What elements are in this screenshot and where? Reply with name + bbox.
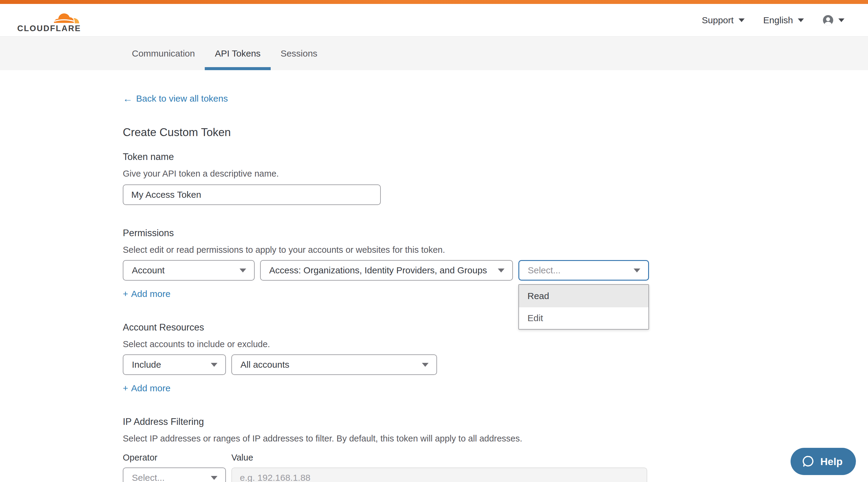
token-name-section: Token name Give your API token a descrip…: [123, 151, 868, 205]
ip-operator-placeholder: Select...: [132, 473, 164, 482]
menu-item-read[interactable]: Read: [519, 285, 648, 307]
permission-scope-select[interactable]: Account: [123, 260, 255, 281]
page-title: Create Custom Token: [123, 126, 868, 139]
user-avatar-icon: [823, 15, 834, 26]
brand-name: CLOUDFLARE: [17, 25, 81, 33]
permission-level-placeholder: Select...: [528, 265, 560, 276]
chevron-down-icon: [633, 268, 640, 272]
resource-accounts-select[interactable]: All accounts: [231, 354, 437, 375]
ip-value-input[interactable]: [231, 468, 647, 482]
left-arrow-icon: ←: [123, 93, 132, 104]
chevron-down-icon: [240, 268, 246, 272]
account-resources-description: Select accounts to include or exclude.: [123, 339, 868, 350]
permissions-heading: Permissions: [123, 227, 868, 239]
add-more-label: Add more: [131, 383, 170, 394]
header-nav: Support English: [702, 15, 844, 26]
value-label: Value: [231, 452, 253, 463]
permission-level-menu: Read Edit: [518, 284, 649, 330]
permissions-description: Select edit or read permissions to apply…: [123, 244, 868, 255]
account-resources-heading: Account Resources: [123, 322, 868, 333]
profile-tabs: Communication API Tokens Sessions: [0, 36, 868, 70]
language-menu[interactable]: English: [763, 15, 804, 25]
support-label: Support: [702, 15, 734, 25]
back-link-label: Back to view all tokens: [136, 93, 228, 104]
add-account-resource-button[interactable]: + Add more: [123, 383, 170, 394]
token-name-input[interactable]: [123, 185, 381, 205]
add-permission-button[interactable]: + Add more: [123, 288, 170, 299]
permission-level-select[interactable]: Select...: [518, 260, 649, 281]
plus-icon: +: [123, 288, 128, 299]
tab-label: API Tokens: [215, 49, 260, 59]
operator-label: Operator: [123, 452, 226, 463]
account-resources-row: Include All accounts: [123, 354, 868, 375]
tab-label: Sessions: [281, 49, 317, 59]
chevron-down-icon: [798, 19, 804, 22]
tab-label: Communication: [132, 49, 195, 59]
support-menu[interactable]: Support: [702, 15, 745, 25]
help-label: Help: [820, 456, 843, 468]
permission-scope-value: Account: [132, 265, 164, 276]
chevron-down-icon: [498, 268, 504, 272]
ip-filter-labels: Operator Value: [123, 452, 868, 463]
language-label: English: [763, 15, 793, 25]
chat-bubble-icon: [802, 455, 815, 468]
chevron-down-icon: [211, 476, 217, 480]
permissions-section: Permissions Select edit or read permissi…: [123, 227, 868, 299]
ip-filter-row: Select...: [123, 468, 868, 482]
chevron-down-icon: [739, 19, 745, 22]
ip-filtering-description: Select IP addresses or ranges of IP addr…: [123, 433, 868, 444]
chevron-down-icon: [422, 363, 429, 367]
plus-icon: +: [123, 383, 128, 394]
tab-communication[interactable]: Communication: [122, 37, 205, 70]
menu-item-edit[interactable]: Edit: [519, 307, 648, 329]
brand-accent-bar: [0, 0, 868, 4]
app-header: CLOUDFLARE Support English: [0, 4, 868, 36]
ip-filtering-heading: IP Address Filtering: [123, 416, 868, 427]
main-content: ← Back to view all tokens Create Custom …: [0, 70, 868, 482]
permissions-row: Account Access: Organizations, Identity …: [123, 260, 868, 281]
permission-level-wrap: Select... Read Edit: [518, 260, 649, 281]
cloudflare-logo[interactable]: CLOUDFLARE: [17, 7, 81, 33]
chevron-down-icon: [211, 363, 217, 367]
ip-filtering-section: IP Address Filtering Select IP addresses…: [123, 416, 868, 482]
resource-mode-value: Include: [132, 359, 161, 370]
add-more-label: Add more: [131, 288, 170, 299]
account-resources-section: Account Resources Select accounts to inc…: [123, 322, 868, 394]
chevron-down-icon: [838, 19, 844, 22]
back-to-tokens-link[interactable]: ← Back to view all tokens: [123, 93, 228, 104]
help-button[interactable]: Help: [790, 448, 856, 475]
permission-resource-value: Access: Organizations, Identity Provider…: [269, 265, 487, 276]
resource-accounts-value: All accounts: [241, 359, 289, 370]
account-menu[interactable]: [823, 15, 844, 26]
cloudflare-cloud-icon: [49, 7, 81, 24]
ip-operator-select[interactable]: Select...: [123, 468, 226, 482]
resource-mode-select[interactable]: Include: [123, 354, 226, 375]
permission-resource-select[interactable]: Access: Organizations, Identity Provider…: [260, 260, 513, 281]
token-name-description: Give your API token a descriptive name.: [123, 168, 868, 179]
token-name-heading: Token name: [123, 151, 868, 163]
tab-api-tokens[interactable]: API Tokens: [205, 37, 270, 70]
tab-sessions[interactable]: Sessions: [271, 37, 328, 70]
